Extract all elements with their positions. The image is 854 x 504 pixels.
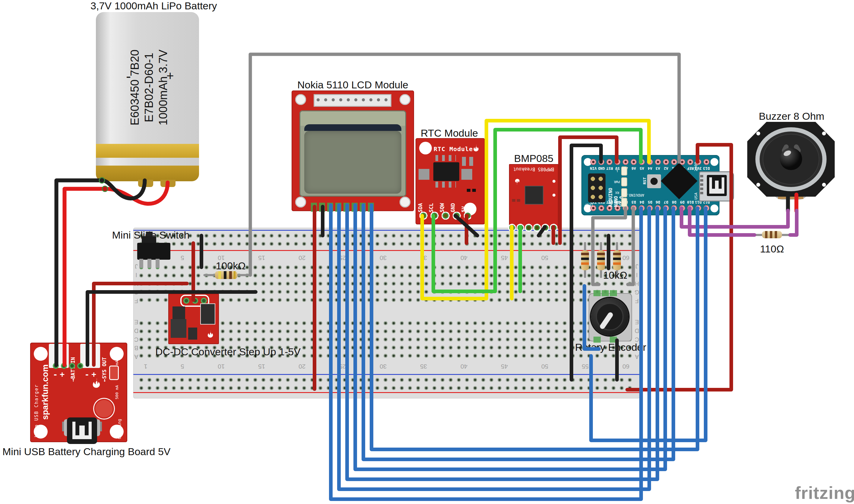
resistor-10k-label: 10kΩ bbox=[591, 269, 639, 281]
resistor-band bbox=[229, 271, 232, 279]
fritzing-breadboard-diagram: 151015202530354045505560 151015202530354… bbox=[0, 0, 854, 504]
resistor-band bbox=[597, 263, 605, 265]
resistor-band bbox=[613, 263, 621, 265]
resistor-band bbox=[581, 253, 589, 255]
resistor-band bbox=[765, 231, 767, 238]
resistor-band bbox=[597, 257, 605, 260]
resistor-band bbox=[234, 271, 236, 279]
resistor-band bbox=[581, 257, 589, 260]
resistor-band bbox=[613, 257, 621, 260]
resistor-band bbox=[613, 253, 621, 255]
wiring-layer bbox=[0, 0, 854, 504]
resistor-band bbox=[581, 263, 589, 265]
resistor-band bbox=[224, 271, 226, 279]
resistor-band bbox=[597, 253, 605, 255]
resistor-band bbox=[218, 271, 221, 279]
resistor-band bbox=[775, 231, 777, 238]
resistor-band bbox=[770, 231, 772, 238]
resistor-110-label: 110Ω bbox=[748, 243, 796, 255]
resistor-100k-label: 100kΩ bbox=[208, 260, 253, 272]
fritzing-watermark: fritzing bbox=[795, 483, 854, 503]
